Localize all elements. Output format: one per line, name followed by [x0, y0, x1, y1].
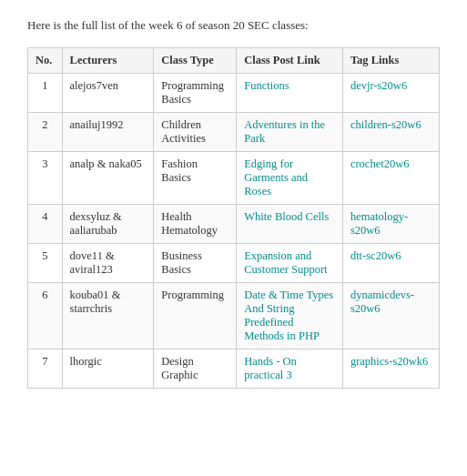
- cell-classtype: Health Hematology: [154, 205, 237, 244]
- cell-lecturer: dexsyluz & aaliarubab: [62, 205, 154, 244]
- cell-postlink[interactable]: Expansion and Customer Support: [237, 244, 343, 283]
- classes-table: No. Lecturers Class Type Class Post Link…: [27, 47, 440, 389]
- cell-taglinks[interactable]: devjr-s20w6: [342, 74, 439, 113]
- cell-classtype: Programming: [154, 283, 237, 349]
- cell-taglinks[interactable]: crochet20w6: [342, 152, 439, 205]
- table-row: 4dexsyluz & aaliarubabHealth HematologyW…: [28, 205, 440, 244]
- cell-lecturer: lhorgic: [62, 349, 154, 389]
- cell-classtype: Business Basics: [154, 244, 237, 283]
- table-row: 3analp & naka05Fashion BasicsEdging for …: [28, 152, 440, 205]
- cell-no: 5: [28, 244, 63, 283]
- header-taglinks: Tag Links: [342, 48, 439, 74]
- cell-no: 7: [28, 349, 63, 389]
- cell-taglinks[interactable]: children-s20w6: [342, 113, 439, 152]
- cell-postlink[interactable]: Functions: [237, 74, 343, 113]
- cell-lecturer: dove11 & aviral123: [62, 244, 154, 283]
- cell-postlink[interactable]: Edging for Garments and Roses: [237, 152, 343, 205]
- cell-taglinks[interactable]: graphics-s20wk6: [342, 349, 439, 389]
- cell-no: 2: [28, 113, 63, 152]
- table-row: 6kouba01 & starrchrisProgrammingDate & T…: [28, 283, 440, 349]
- cell-postlink[interactable]: Date & Time Types And String Predefined …: [237, 283, 343, 349]
- cell-postlink[interactable]: Hands - On practical 3: [237, 349, 343, 389]
- intro-text: Here is the full list of the week 6 of s…: [27, 18, 440, 33]
- cell-lecturer: alejos7ven: [62, 74, 154, 113]
- cell-taglinks[interactable]: hematology-s20w6: [342, 205, 439, 244]
- table-row: 5dove11 & aviral123Business BasicsExpans…: [28, 244, 440, 283]
- cell-no: 3: [28, 152, 63, 205]
- cell-lecturer: analp & naka05: [62, 152, 154, 205]
- cell-lecturer: kouba01 & starrchris: [62, 283, 154, 349]
- header-classtype: Class Type: [154, 48, 237, 74]
- cell-postlink[interactable]: Adventures in the Park: [237, 113, 343, 152]
- cell-taglinks[interactable]: dtt-sc20w6: [342, 244, 439, 283]
- cell-taglinks[interactable]: dynamicdevs-s20w6: [342, 283, 439, 349]
- cell-classtype: Children Activities: [154, 113, 237, 152]
- cell-no: 6: [28, 283, 63, 349]
- cell-postlink[interactable]: White Blood Cells: [237, 205, 343, 244]
- cell-lecturer: anailuj1992: [62, 113, 154, 152]
- table-row: 2anailuj1992Children ActivitiesAdventure…: [28, 113, 440, 152]
- cell-classtype: Fashion Basics: [154, 152, 237, 205]
- header-no: No.: [28, 48, 63, 74]
- cell-no: 1: [28, 74, 63, 113]
- cell-classtype: Design Graphic: [154, 349, 237, 389]
- cell-no: 4: [28, 205, 63, 244]
- header-lecturers: Lecturers: [62, 48, 154, 74]
- table-row: 7lhorgicDesign GraphicHands - On practic…: [28, 349, 440, 389]
- cell-classtype: Programming Basics: [154, 74, 237, 113]
- table-row: 1alejos7venProgramming BasicsFunctionsde…: [28, 74, 440, 113]
- header-postlink: Class Post Link: [237, 48, 343, 74]
